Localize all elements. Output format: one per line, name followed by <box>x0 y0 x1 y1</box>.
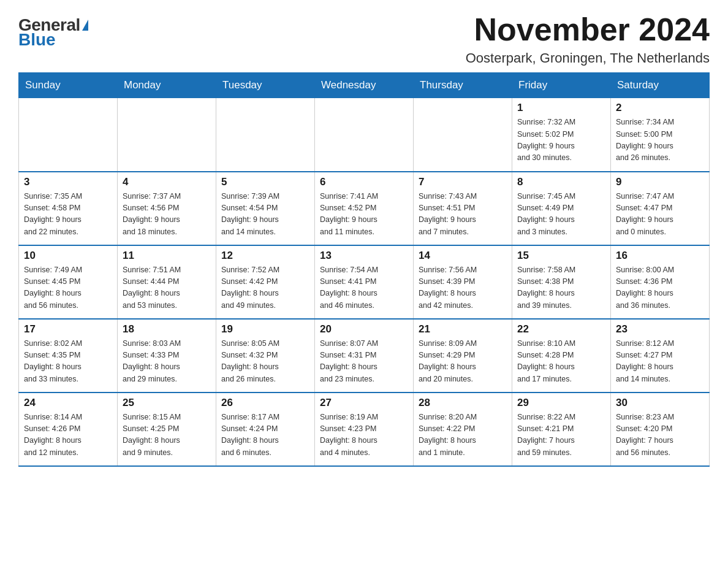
day-number: 6 <box>320 176 408 188</box>
calendar-cell <box>216 98 315 172</box>
day-sun-info: Sunrise: 7:43 AMSunset: 4:51 PMDaylight:… <box>419 191 507 239</box>
calendar-cell <box>414 98 512 172</box>
calendar-week-row-3: 17Sunrise: 8:02 AMSunset: 4:35 PMDayligh… <box>19 319 710 393</box>
day-number: 9 <box>616 176 704 188</box>
day-number: 22 <box>517 323 605 335</box>
calendar-cell: 25Sunrise: 8:15 AMSunset: 4:25 PMDayligh… <box>118 393 216 466</box>
calendar-cell: 3Sunrise: 7:35 AMSunset: 4:58 PMDaylight… <box>19 172 118 245</box>
calendar-cell: 28Sunrise: 8:20 AMSunset: 4:22 PMDayligh… <box>414 393 512 466</box>
day-sun-info: Sunrise: 8:00 AMSunset: 4:36 PMDaylight:… <box>616 264 704 312</box>
day-sun-info: Sunrise: 8:10 AMSunset: 4:28 PMDaylight:… <box>517 338 605 386</box>
weekday-header-thursday: Thursday <box>414 73 512 98</box>
day-sun-info: Sunrise: 7:39 AMSunset: 4:54 PMDaylight:… <box>221 191 309 239</box>
day-number: 14 <box>419 250 507 262</box>
day-sun-info: Sunrise: 8:12 AMSunset: 4:27 PMDaylight:… <box>616 338 704 386</box>
calendar-cell: 16Sunrise: 8:00 AMSunset: 4:36 PMDayligh… <box>611 245 710 319</box>
calendar-week-row-1: 3Sunrise: 7:35 AMSunset: 4:58 PMDaylight… <box>19 172 710 245</box>
day-sun-info: Sunrise: 8:09 AMSunset: 4:29 PMDaylight:… <box>419 338 507 386</box>
calendar-cell: 26Sunrise: 8:17 AMSunset: 4:24 PMDayligh… <box>216 393 315 466</box>
calendar-table: SundayMondayTuesdayWednesdayThursdayFrid… <box>18 72 710 467</box>
title-area: November 2024 Oosterpark, Groningen, The… <box>466 12 710 66</box>
day-sun-info: Sunrise: 8:14 AMSunset: 4:26 PMDaylight:… <box>24 412 112 459</box>
calendar-cell: 19Sunrise: 8:05 AMSunset: 4:32 PMDayligh… <box>216 319 315 393</box>
calendar-cell: 12Sunrise: 7:52 AMSunset: 4:42 PMDayligh… <box>216 245 315 319</box>
day-number: 12 <box>221 250 309 262</box>
weekday-header-sunday: Sunday <box>19 73 118 98</box>
location-subtitle: Oosterpark, Groningen, The Netherlands <box>466 50 710 66</box>
calendar-week-row-2: 10Sunrise: 7:49 AMSunset: 4:45 PMDayligh… <box>19 245 710 319</box>
day-number: 15 <box>517 250 605 262</box>
day-number: 30 <box>616 397 704 409</box>
day-sun-info: Sunrise: 8:19 AMSunset: 4:23 PMDaylight:… <box>320 412 408 459</box>
weekday-header-row: SundayMondayTuesdayWednesdayThursdayFrid… <box>19 73 710 98</box>
weekday-header-monday: Monday <box>118 73 216 98</box>
day-sun-info: Sunrise: 7:41 AMSunset: 4:52 PMDaylight:… <box>320 191 408 239</box>
day-sun-info: Sunrise: 7:34 AMSunset: 5:00 PMDaylight:… <box>616 117 704 164</box>
day-sun-info: Sunrise: 8:20 AMSunset: 4:22 PMDaylight:… <box>419 412 507 459</box>
day-number: 2 <box>616 102 704 114</box>
calendar-cell: 10Sunrise: 7:49 AMSunset: 4:45 PMDayligh… <box>19 245 118 319</box>
calendar-cell: 29Sunrise: 8:22 AMSunset: 4:21 PMDayligh… <box>512 393 611 466</box>
day-number: 21 <box>419 323 507 335</box>
day-number: 26 <box>221 397 309 409</box>
calendar-cell: 21Sunrise: 8:09 AMSunset: 4:29 PMDayligh… <box>414 319 512 393</box>
day-sun-info: Sunrise: 8:17 AMSunset: 4:24 PMDaylight:… <box>221 412 309 459</box>
day-sun-info: Sunrise: 7:47 AMSunset: 4:47 PMDaylight:… <box>616 191 704 239</box>
day-sun-info: Sunrise: 8:03 AMSunset: 4:33 PMDaylight:… <box>123 338 211 386</box>
calendar-cell: 13Sunrise: 7:54 AMSunset: 4:41 PMDayligh… <box>315 245 414 319</box>
calendar-cell: 7Sunrise: 7:43 AMSunset: 4:51 PMDaylight… <box>414 172 512 245</box>
weekday-header-friday: Friday <box>512 73 611 98</box>
day-number: 13 <box>320 250 408 262</box>
logo-triangle-icon <box>82 20 88 31</box>
calendar-cell: 14Sunrise: 7:56 AMSunset: 4:39 PMDayligh… <box>414 245 512 319</box>
day-number: 28 <box>419 397 507 409</box>
weekday-header-tuesday: Tuesday <box>216 73 315 98</box>
day-sun-info: Sunrise: 7:45 AMSunset: 4:49 PMDaylight:… <box>517 191 605 239</box>
calendar-cell: 17Sunrise: 8:02 AMSunset: 4:35 PMDayligh… <box>19 319 118 393</box>
calendar-cell: 9Sunrise: 7:47 AMSunset: 4:47 PMDaylight… <box>611 172 710 245</box>
day-sun-info: Sunrise: 7:54 AMSunset: 4:41 PMDaylight:… <box>320 264 408 312</box>
calendar-cell: 20Sunrise: 8:07 AMSunset: 4:31 PMDayligh… <box>315 319 414 393</box>
day-number: 4 <box>123 176 211 188</box>
day-number: 10 <box>24 250 112 262</box>
calendar-cell: 30Sunrise: 8:23 AMSunset: 4:20 PMDayligh… <box>611 393 710 466</box>
calendar-cell <box>315 98 414 172</box>
calendar-cell: 6Sunrise: 7:41 AMSunset: 4:52 PMDaylight… <box>315 172 414 245</box>
day-number: 19 <box>221 323 309 335</box>
calendar-cell: 22Sunrise: 8:10 AMSunset: 4:28 PMDayligh… <box>512 319 611 393</box>
month-title: November 2024 <box>466 12 710 47</box>
day-number: 7 <box>419 176 507 188</box>
weekday-header-wednesday: Wednesday <box>315 73 414 98</box>
day-sun-info: Sunrise: 8:02 AMSunset: 4:35 PMDaylight:… <box>24 338 112 386</box>
day-sun-info: Sunrise: 8:23 AMSunset: 4:20 PMDaylight:… <box>616 412 704 459</box>
calendar-cell: 24Sunrise: 8:14 AMSunset: 4:26 PMDayligh… <box>19 393 118 466</box>
logo: General Blue <box>18 12 88 50</box>
logo-blue-text: Blue <box>18 30 56 50</box>
calendar-cell: 1Sunrise: 7:32 AMSunset: 5:02 PMDaylight… <box>512 98 611 172</box>
day-sun-info: Sunrise: 7:58 AMSunset: 4:38 PMDaylight:… <box>517 264 605 312</box>
day-sun-info: Sunrise: 7:56 AMSunset: 4:39 PMDaylight:… <box>419 264 507 312</box>
calendar-cell: 18Sunrise: 8:03 AMSunset: 4:33 PMDayligh… <box>118 319 216 393</box>
calendar-cell: 8Sunrise: 7:45 AMSunset: 4:49 PMDaylight… <box>512 172 611 245</box>
calendar-cell <box>19 98 118 172</box>
day-number: 16 <box>616 250 704 262</box>
calendar-cell: 5Sunrise: 7:39 AMSunset: 4:54 PMDaylight… <box>216 172 315 245</box>
day-sun-info: Sunrise: 7:49 AMSunset: 4:45 PMDaylight:… <box>24 264 112 312</box>
calendar-cell: 11Sunrise: 7:51 AMSunset: 4:44 PMDayligh… <box>118 245 216 319</box>
day-sun-info: Sunrise: 8:07 AMSunset: 4:31 PMDaylight:… <box>320 338 408 386</box>
day-sun-info: Sunrise: 8:22 AMSunset: 4:21 PMDaylight:… <box>517 412 605 459</box>
day-sun-info: Sunrise: 7:35 AMSunset: 4:58 PMDaylight:… <box>24 191 112 239</box>
calendar-week-row-0: 1Sunrise: 7:32 AMSunset: 5:02 PMDaylight… <box>19 98 710 172</box>
weekday-header-saturday: Saturday <box>611 73 710 98</box>
day-sun-info: Sunrise: 7:32 AMSunset: 5:02 PMDaylight:… <box>517 117 605 164</box>
day-sun-info: Sunrise: 7:52 AMSunset: 4:42 PMDaylight:… <box>221 264 309 312</box>
day-number: 25 <box>123 397 211 409</box>
day-number: 20 <box>320 323 408 335</box>
day-number: 8 <box>517 176 605 188</box>
day-number: 29 <box>517 397 605 409</box>
day-number: 1 <box>517 102 605 114</box>
day-number: 27 <box>320 397 408 409</box>
day-number: 5 <box>221 176 309 188</box>
day-number: 3 <box>24 176 112 188</box>
day-number: 18 <box>123 323 211 335</box>
